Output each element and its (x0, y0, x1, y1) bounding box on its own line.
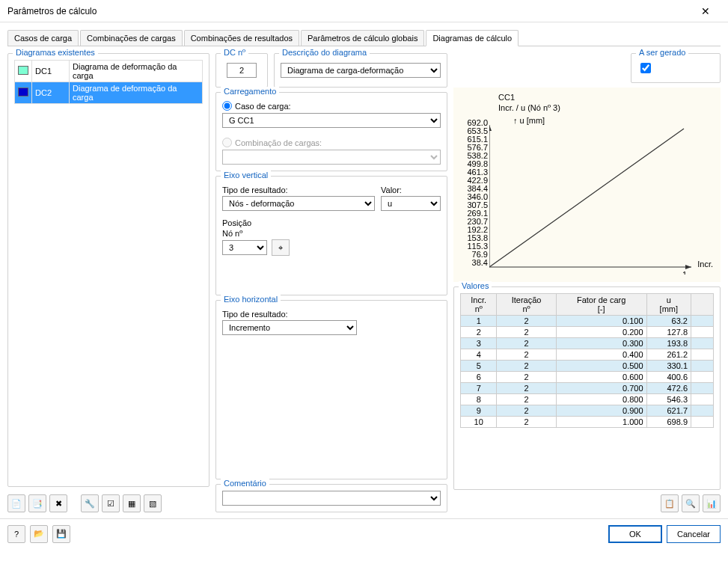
haxis-result-label: Tipo de resultado: (222, 310, 441, 319)
existing-diagrams-title: Diagramas existentes (13, 48, 98, 57)
generate-label: A ser gerado (636, 48, 688, 57)
values-title: Valores (459, 281, 492, 290)
table-row[interactable]: 1021.000698.9 (461, 417, 714, 428)
vaxis-value-label: Valor: (381, 186, 441, 194)
tool-d-button[interactable]: ▧ (144, 494, 162, 512)
list-item[interactable]: DC2Diagrama de deformação da carga (15, 82, 203, 104)
vaxis-result-select[interactable]: Nós - deformação (222, 196, 375, 211)
vaxis-title: Eixo vertical (221, 171, 271, 180)
tab-global-params[interactable]: Parâmetros de cálculo globais (301, 30, 424, 46)
title-bar: Parâmetros de cálculo ✕ (0, 0, 728, 22)
tab-bar: Casos de carga Combinações de cargas Com… (0, 22, 728, 46)
table-row[interactable]: 120.10063.2 (461, 316, 714, 327)
chart-area: CC1 Incr. / u (Nó nº 3) ↑ u [mm] 38.476.… (453, 88, 721, 282)
new-button[interactable]: 📄 (7, 494, 25, 512)
help-button[interactable]: ? (7, 525, 25, 543)
zoom-button[interactable]: 🔍 (682, 494, 700, 512)
chart-yticks: 38.476.9115.3153.8192.2230.7269.1307.534… (458, 125, 488, 267)
export-button[interactable]: 📋 (661, 494, 679, 512)
table-row[interactable]: 220.200127.8 (461, 327, 714, 338)
footer-bar: ? 📂 💾 OK Cancelar (0, 518, 728, 548)
dcno-input[interactable] (227, 63, 257, 78)
diagram-table[interactable]: DC1Diagrama de deformação da cargaDC2Dia… (14, 60, 203, 104)
table-row[interactable]: 820.800546.3 (461, 394, 714, 405)
svg-text:1: 1 (682, 270, 687, 275)
generate-group: A ser gerado (631, 53, 721, 83)
radio-load-comb-label: Combinação de cargas: (235, 138, 322, 147)
values-toolbar: 📋 🔍 📊 (453, 494, 721, 512)
svg-marker-4 (685, 265, 691, 269)
desc-label: Descrição do diagrama (279, 48, 370, 57)
tool-c-button[interactable]: ▦ (123, 494, 141, 512)
vaxis-result-label: Tipo de resultado: (222, 186, 375, 194)
load-comb-select (222, 150, 441, 165)
chart-ylabel: ↑ u [mm] (513, 116, 545, 125)
chart-xlabel: Incr. (697, 260, 713, 269)
open-button[interactable]: 📂 (30, 525, 48, 543)
desc-group: Descrição do diagrama Diagrama de carga-… (274, 53, 447, 88)
chart-settings-button[interactable]: 📊 (703, 494, 721, 512)
list-item[interactable]: DC1Diagrama de deformação da carga (15, 61, 203, 82)
table-row[interactable]: 620.600400.6 (461, 372, 714, 383)
table-row[interactable]: 420.400261.2 (461, 349, 714, 361)
pick-node-button[interactable]: ⌖ (272, 239, 290, 256)
delete-button[interactable]: ✖ (49, 494, 67, 512)
vaxis-group: Eixo vertical Tipo de resultado: Nós - d… (215, 176, 447, 295)
existing-diagrams-group: Diagramas existentes DC1Diagrama de defo… (7, 53, 209, 487)
tab-calc-diagrams[interactable]: Diagramas de cálculo (426, 30, 519, 46)
haxis-title: Eixo horizontal (221, 295, 281, 304)
save-button[interactable]: 💾 (52, 525, 70, 543)
svg-line-2 (489, 129, 684, 267)
comment-group: Comentário (215, 484, 447, 512)
loading-group: Carregamento Caso de carga: G CC1 Combin… (215, 92, 447, 171)
copy-button[interactable]: 📑 (28, 494, 46, 512)
node-select[interactable]: 3 (222, 240, 267, 255)
vaxis-value-select[interactable]: u (381, 196, 441, 211)
comment-title: Comentário (221, 479, 269, 488)
radio-load-comb (222, 138, 232, 147)
table-row[interactable]: 920.900621.7 (461, 405, 714, 417)
radio-load-case-label: Caso de carga: (235, 102, 291, 111)
dcno-label: DC nº (221, 48, 248, 57)
load-case-select[interactable]: G CC1 (222, 113, 441, 128)
tab-load-cases[interactable]: Casos de carga (7, 30, 79, 46)
chart-svg: 1 (489, 125, 699, 275)
table-row[interactable]: 520.500330.1 (461, 361, 714, 372)
tool-a-button[interactable]: 🔧 (81, 494, 99, 512)
values-group: Valores Incr.nº Iteraçãonº Fator de carg… (453, 286, 721, 490)
diagram-toolbar: 📄 📑 ✖ 🔧 ☑ ▦ ▧ (7, 494, 209, 512)
close-icon[interactable]: ✕ (691, 5, 721, 17)
haxis-result-select[interactable]: Incremento (222, 320, 357, 335)
values-table[interactable]: Incr.nº Iteraçãonº Fator de carg[-] u[mm… (460, 293, 714, 428)
radio-load-case[interactable] (222, 101, 232, 111)
chart-title: CC1 Incr. / u (Nó nº 3) (498, 92, 560, 114)
window-title: Parâmetros de cálculo (7, 6, 691, 16)
haxis-group: Eixo horizontal Tipo de resultado: Incre… (215, 300, 447, 479)
tool-b-button[interactable]: ☑ (102, 494, 120, 512)
generate-checkbox[interactable] (640, 63, 651, 73)
desc-select[interactable]: Diagrama de carga-deformação (281, 63, 441, 78)
loading-title: Carregamento (221, 87, 279, 96)
table-row[interactable]: 720.700472.6 (461, 383, 714, 394)
cancel-button[interactable]: Cancelar (667, 525, 721, 543)
ok-button[interactable]: OK (608, 525, 662, 543)
tab-result-combinations[interactable]: Combinações de resultados (184, 30, 299, 46)
table-row[interactable]: 320.300193.8 (461, 338, 714, 349)
tab-load-combinations[interactable]: Combinações de cargas (80, 30, 183, 46)
comment-select[interactable] (222, 491, 441, 506)
dcno-group: DC nº (215, 53, 268, 88)
vaxis-node-label: Nó nº (222, 229, 441, 238)
vaxis-pos-label: Posição (222, 218, 441, 227)
